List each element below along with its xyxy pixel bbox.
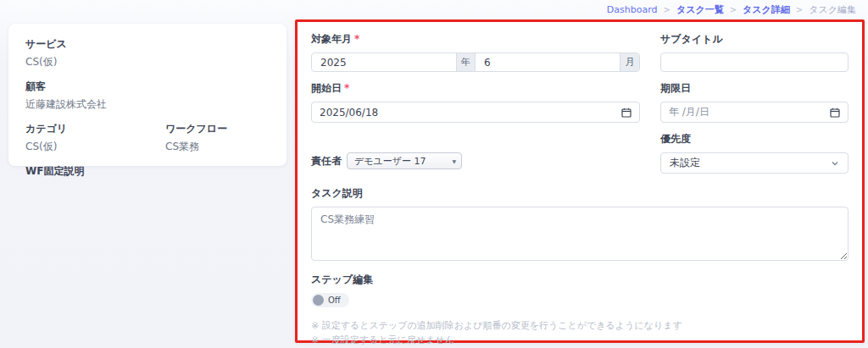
task-edit-form: 対象年月* 年 月 サブタイトル 開始日* 2025/06/18	[295, 19, 865, 343]
assignee-label: 責任者	[311, 154, 342, 168]
due-date-input[interactable]: 年 /月/日	[660, 102, 849, 123]
note-line: ※ 設定するとステップの追加削除および順番の変更を行うことができるようになります	[311, 318, 849, 333]
calendar-icon[interactable]	[830, 108, 840, 118]
service-value: CS(仮)	[25, 55, 270, 69]
field-assignee: 責任者 デモユーザー 17 ▼	[311, 148, 640, 174]
info-field-customer: 顧客 近藤建設株式会社	[25, 80, 270, 112]
toggle-state-label: Off	[328, 296, 341, 305]
customer-value: 近藤建設株式会社	[25, 97, 270, 112]
field-step-edit: ステップ編集 Off ※ 設定するとステップの追加削除および順番の変更を行うこと…	[311, 273, 849, 347]
task-info-card: サービス CS(仮) 顧客 近藤建設株式会社 カテゴリ CS(仮) ワークフロー…	[8, 24, 287, 166]
breadcrumb-separator: >	[663, 5, 670, 14]
start-date-label-text: 開始日	[311, 82, 342, 94]
wf-description-value	[25, 182, 270, 194]
info-field-workflow: ワークフロー CS業務	[165, 122, 270, 154]
target-month-input[interactable]	[476, 53, 620, 71]
target-year-month-group: 年 月	[311, 52, 640, 72]
field-priority: 優先度 未設定	[660, 132, 849, 174]
breadcrumb-separator: >	[796, 5, 803, 14]
subtitle-input[interactable]	[660, 52, 849, 72]
step-edit-notes: ※ 設定するとステップの追加削除および順番の変更を行うことができるようになります…	[311, 318, 849, 347]
due-date-placeholder: 年 /月/日	[669, 105, 830, 119]
required-asterisk: *	[344, 82, 349, 94]
assignee-value: デモユーザー 17	[354, 155, 426, 168]
info-field-category: カテゴリ CS(仮)	[25, 122, 165, 154]
month-unit-addon: 月	[620, 53, 639, 71]
priority-label: 優先度	[660, 132, 849, 146]
description-label: タスク説明	[311, 186, 849, 201]
field-start-date: 開始日* 2025/06/18	[311, 81, 640, 123]
target-year-month-label: 対象年月*	[311, 32, 640, 47]
description-textarea[interactable]: CS業務練習	[311, 207, 849, 261]
toggle-knob-icon	[313, 295, 324, 306]
breadcrumb-task-detail[interactable]: タスク詳細	[743, 3, 790, 16]
customer-label: 顧客	[25, 80, 270, 94]
priority-value: 未設定	[670, 156, 831, 170]
note-line: ※ 一度設定すると元に戻せません	[311, 333, 849, 347]
field-target-year-month: 対象年月* 年 月	[311, 32, 640, 72]
priority-select[interactable]: 未設定	[660, 152, 849, 174]
workflow-label: ワークフロー	[165, 122, 270, 136]
breadcrumb-separator: >	[730, 5, 737, 14]
subtitle-label: サブタイトル	[660, 32, 849, 47]
step-edit-toggle[interactable]: Off	[311, 293, 349, 307]
calendar-icon[interactable]	[621, 108, 632, 118]
info-field-wf-description: WF固定説明	[25, 164, 270, 194]
chevron-down-icon	[831, 159, 839, 168]
category-value: CS(仮)	[25, 140, 165, 154]
field-description: タスク説明 CS業務練習	[311, 186, 849, 261]
breadcrumb-dashboard[interactable]: Dashboard	[607, 4, 658, 15]
required-asterisk: *	[354, 33, 359, 45]
start-date-value: 2025/06/18	[320, 107, 621, 119]
breadcrumb-task-edit: タスク編集	[809, 3, 856, 16]
service-label: サービス	[25, 37, 270, 52]
field-due-date: 期限日 年 /月/日	[660, 81, 849, 123]
info-field-service: サービス CS(仮)	[25, 37, 270, 69]
category-label: カテゴリ	[25, 122, 165, 136]
year-unit-addon: 年	[456, 53, 476, 71]
wf-description-label: WF固定説明	[25, 164, 270, 179]
step-edit-label: ステップ編集	[311, 273, 849, 287]
target-year-input[interactable]	[312, 53, 456, 71]
breadcrumb: Dashboard > タスク一覧 > タスク詳細 > タスク編集	[607, 3, 856, 16]
breadcrumb-task-list[interactable]: タスク一覧	[676, 3, 724, 16]
start-date-label: 開始日*	[311, 81, 640, 96]
target-year-month-label-text: 対象年月	[311, 33, 352, 45]
field-subtitle: サブタイトル	[660, 32, 849, 72]
start-date-input[interactable]: 2025/06/18	[311, 102, 640, 123]
workflow-value: CS業務	[165, 140, 270, 154]
select-arrow-icon: ▼	[452, 158, 456, 164]
assignee-select[interactable]: デモユーザー 17 ▼	[347, 152, 462, 169]
due-date-label: 期限日	[660, 81, 849, 96]
